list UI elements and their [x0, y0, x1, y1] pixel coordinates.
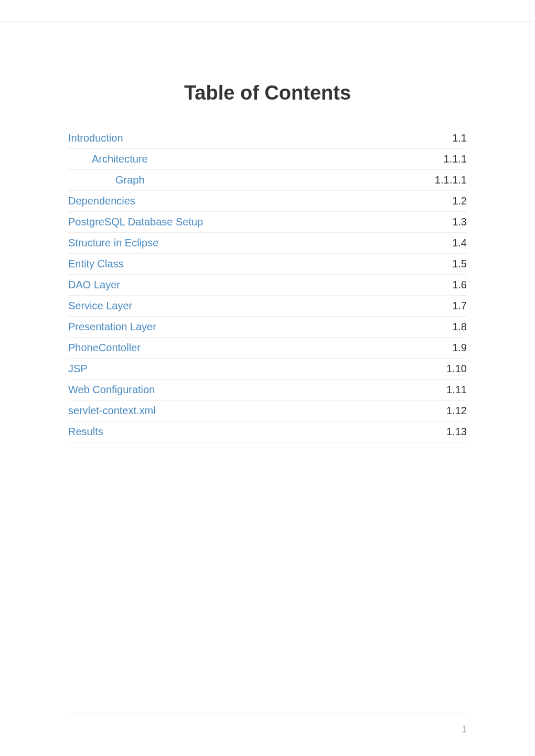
toc-list: Introduction1.1Architecture1.1.1Graph1.1… [68, 128, 467, 442]
toc-item: Dependencies1.2 [68, 191, 467, 212]
toc-number: 1.5 [452, 258, 467, 270]
toc-item: servlet-context.xml1.12 [68, 401, 467, 422]
toc-item: Graph1.1.1.1 [68, 170, 467, 191]
page-title: Table of Contents [68, 82, 467, 104]
toc-item: Introduction1.1 [68, 128, 467, 149]
toc-number: 1.11 [446, 384, 467, 396]
toc-link[interactable]: Architecture [92, 153, 148, 165]
toc-item: Web Configuration1.11 [68, 380, 467, 401]
toc-item: Structure in Eclipse1.4 [68, 233, 467, 254]
toc-link[interactable]: Graph [115, 174, 145, 186]
toc-link[interactable]: Presentation Layer [68, 321, 156, 333]
toc-item: Service Layer1.7 [68, 296, 467, 317]
toc-link[interactable]: Results [68, 426, 103, 438]
toc-number: 1.9 [452, 342, 467, 354]
toc-number: 1.1 [452, 132, 467, 144]
toc-link[interactable]: servlet-context.xml [68, 405, 156, 417]
toc-item: Results1.13 [68, 422, 467, 442]
toc-number: 1.12 [446, 405, 467, 417]
toc-link[interactable]: Service Layer [68, 300, 132, 312]
toc-link[interactable]: Dependencies [68, 195, 135, 207]
toc-item: JSP1.10 [68, 359, 467, 380]
document-page: Table of Contents Introduction1.1Archite… [0, 21, 535, 756]
toc-link[interactable]: JSP [68, 363, 88, 375]
toc-link[interactable]: PhoneContoller [68, 342, 141, 354]
toc-link[interactable]: Structure in Eclipse [68, 237, 158, 249]
toc-number: 1.2 [452, 195, 467, 207]
toc-link[interactable]: Introduction [68, 132, 123, 144]
toc-item: Presentation Layer1.8 [68, 317, 467, 338]
toc-number: 1.3 [452, 216, 467, 228]
toc-number: 1.8 [452, 321, 467, 333]
toc-item: PostgreSQL Database Setup1.3 [68, 212, 467, 233]
toc-number: 1.10 [446, 363, 467, 375]
toc-item: PhoneContoller1.9 [68, 338, 467, 359]
toc-link[interactable]: DAO Layer [68, 279, 120, 291]
toc-number: 1.7 [452, 300, 467, 312]
toc-number: 1.6 [452, 279, 467, 291]
toc-link[interactable]: Entity Class [68, 258, 124, 270]
toc-item: DAO Layer1.6 [68, 275, 467, 296]
toc-item: Architecture1.1.1 [68, 149, 467, 170]
toc-link[interactable]: Web Configuration [68, 384, 155, 396]
toc-number: 1.4 [452, 237, 467, 249]
toc-link[interactable]: PostgreSQL Database Setup [68, 216, 203, 228]
page-number: 1 [462, 724, 467, 735]
toc-item: Entity Class1.5 [68, 254, 467, 275]
footer-divider [68, 714, 467, 714]
toc-number: 1.1.1.1 [435, 174, 467, 186]
toc-number: 1.13 [446, 426, 467, 438]
toc-number: 1.1.1 [444, 153, 467, 165]
